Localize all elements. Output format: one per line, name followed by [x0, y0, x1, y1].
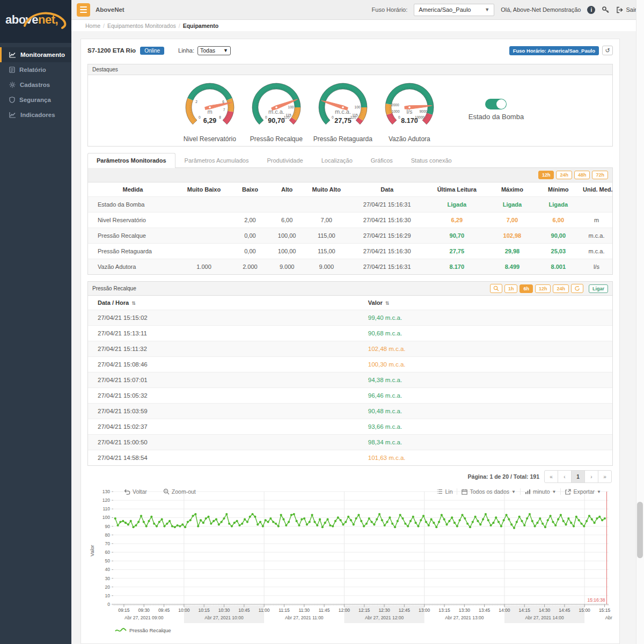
gauge-vaz-o-adutora: 010002000900010000l/s8.170Vazão Adutora	[376, 80, 443, 143]
series-value: 96,46 m.c.a.	[366, 388, 612, 404]
svg-text:14:45: 14:45	[559, 608, 570, 613]
chart-interval-button[interactable]: minuto ▼	[520, 488, 560, 495]
page-button[interactable]: ›	[584, 470, 598, 483]
series-range-button-12h[interactable]: 12h	[535, 284, 551, 293]
line-chart[interactable]: 0102030405060708090100110120130Valor09:1…	[87, 487, 613, 641]
key-icon[interactable]	[602, 6, 610, 14]
range-button-48h[interactable]: 48h	[574, 171, 590, 179]
series-col-header[interactable]: Data / Hora ⇅	[88, 296, 366, 310]
range-button-24h[interactable]: 24h	[556, 171, 572, 179]
pump-toggle[interactable]	[485, 99, 507, 109]
logo-swoosh-icon	[15, 4, 74, 29]
chevron-down-icon: ▼	[511, 489, 516, 494]
param-cell: 0,00	[230, 244, 270, 259]
scrollbar-thumb[interactable]	[637, 502, 643, 558]
logo-block: abovenet,	[0, 0, 71, 43]
series-row: 27/04/21 15:07:0194,38 m.c.a.	[88, 372, 612, 388]
chart-container: Voltar Zoom-out Lin	[87, 487, 613, 641]
tab-para-metros-monitorados[interactable]: Parâmetros Monitorados	[87, 153, 175, 168]
params-col-header: Data	[349, 182, 425, 197]
param-cell: 90,00	[536, 228, 581, 244]
chart-zoomout-label: Zoom-out	[172, 488, 196, 495]
page-button[interactable]: ‹	[558, 470, 572, 483]
page-button[interactable]: »	[598, 470, 612, 483]
ligar-button[interactable]: Ligar	[589, 284, 608, 293]
document-icon	[9, 67, 15, 73]
chart-scale-button[interactable]: Lin	[433, 488, 457, 495]
chart-zoomout-button[interactable]: Zoom-out	[159, 488, 200, 495]
series-row: 27/04/21 14:58:54101,63 m.c.a.	[88, 450, 612, 466]
hamburger-menu-icon[interactable]	[77, 3, 90, 17]
sidebar-item-cadastros[interactable]: Cadastros	[0, 77, 71, 92]
tab-produtividade[interactable]: Produtividade	[258, 153, 312, 167]
content-card: S7-1200 ETA Rio Online Linha: Todas ▼ Fu…	[80, 39, 620, 644]
gauge-label: Pressão Retaguarda	[313, 135, 372, 143]
params-col-header: Máximo	[488, 182, 536, 197]
sort-icon[interactable]: ⇅	[131, 301, 136, 306]
sidebar-item-relatorio[interactable]: Relatório	[0, 62, 71, 77]
param-cell: 1.000	[178, 259, 230, 275]
info-icon[interactable]: i	[587, 6, 595, 14]
series-datetime: 27/04/21 15:11:32	[88, 341, 366, 357]
chart-back-button[interactable]: Voltar	[120, 488, 151, 495]
param-cell: 115,00	[304, 228, 349, 244]
gauge-value: 90,70	[268, 117, 284, 125]
param-row: Pressão Recalque0,00100,00115,0027/04/21…	[88, 228, 612, 244]
breadcrumb-item[interactable]: Equipamentos Monitorados	[107, 23, 176, 29]
svg-text:11:15: 11:15	[279, 608, 290, 613]
params-col-header: Muito Alto	[304, 182, 349, 197]
param-cell: Ligada	[488, 197, 536, 213]
line-select[interactable]: Todas ▼	[197, 46, 231, 55]
series-value: 101,63 m.c.a.	[366, 450, 612, 466]
sort-icon[interactable]: ⇅	[385, 301, 390, 306]
logout-button[interactable]: Sair	[616, 6, 636, 13]
sidebar-item-indicadores[interactable]: Indicadores	[0, 107, 71, 122]
svg-text:30: 30	[105, 576, 111, 581]
logout-label: Sair	[626, 6, 636, 13]
param-cell	[178, 197, 230, 213]
tab-status-conexa-o[interactable]: Status conexão	[402, 153, 461, 167]
svg-text:Abr 27, 2021 13:00: Abr 27, 2021 13:00	[445, 615, 484, 620]
tab-gra-ficos[interactable]: Gráficos	[362, 153, 402, 167]
series-refresh-button[interactable]	[571, 284, 583, 293]
page-scrollbar[interactable]	[636, 0, 644, 644]
page-button[interactable]: «	[544, 470, 558, 483]
param-cell: Pressão Retaguarda	[88, 244, 178, 259]
sidebar-item-seguranca[interactable]: Segurança	[0, 92, 71, 107]
bar-chart-icon	[525, 489, 531, 494]
param-cell: l/s	[581, 259, 612, 275]
param-cell: 7,00	[488, 213, 536, 228]
timezone-select[interactable]: America/Sao_Paulo ▼	[414, 4, 494, 16]
series-range-button-6h[interactable]: 6h	[519, 284, 533, 293]
series-range-button-24h[interactable]: 24h	[553, 284, 569, 293]
range-button-12h[interactable]: 12h	[538, 171, 554, 179]
param-cell: Pressão Recalque	[88, 228, 178, 244]
svg-text:15:16:38: 15:16:38	[587, 597, 605, 603]
chart-toolbar-right: Lin Todos os dados ▼ minuto	[433, 488, 605, 495]
tab-para-metros-acumulados[interactable]: Parâmetros Acumulados	[175, 153, 258, 167]
param-cell: Vazão Adutora	[88, 259, 178, 275]
tab-localizac-a-o[interactable]: Localização	[312, 153, 362, 167]
series-range-button-1h[interactable]: 1h	[504, 284, 518, 293]
breadcrumb-item[interactable]: Home	[85, 23, 100, 29]
svg-text:13:45: 13:45	[479, 608, 491, 613]
chart-back-label: Voltar	[133, 488, 147, 495]
range-button-72h[interactable]: 72h	[592, 171, 608, 179]
param-cell: 7,00	[304, 213, 349, 228]
series-search-button[interactable]	[490, 284, 502, 293]
chart-export-button[interactable]: Exportar ▼	[560, 488, 605, 495]
param-cell: 27/04/21 15:16:31	[349, 197, 425, 213]
line-chart-icon	[9, 52, 16, 58]
page-button[interactable]: 1	[571, 470, 585, 483]
pump-state: Estado da Bomba	[469, 99, 524, 121]
param-cell: 2,00	[230, 213, 270, 228]
series-col-header[interactable]: Valor ⇅	[366, 296, 612, 310]
params-panel: 12h24h48h72h MedidaMuito BaixoBaixoAltoM…	[87, 167, 613, 275]
svg-text:1000: 1000	[392, 109, 400, 113]
sidebar-item-monitoramento[interactable]: Monitoramento	[0, 47, 71, 62]
chart-alldata-button[interactable]: Todos os dados ▼	[457, 488, 519, 495]
gauge-press-o-retaguarda: 0100115120m.c.a.27,75Pressão Retaguarda	[310, 80, 376, 143]
sidebar-item-label: Monitoramento	[20, 52, 65, 58]
reset-timezone-button[interactable]: ↺	[602, 46, 613, 55]
sidebar-menu: MonitoramentoRelatórioCadastrosSegurança…	[0, 43, 71, 122]
